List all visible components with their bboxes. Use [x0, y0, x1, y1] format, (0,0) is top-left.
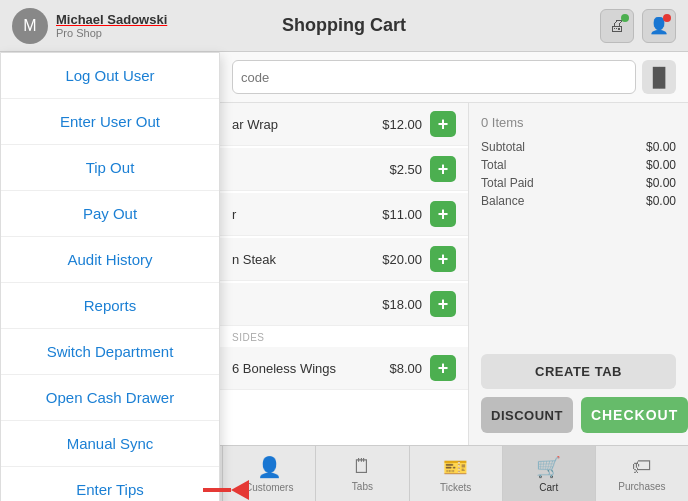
main-content: Log Out User Enter User Out Tip Out Pay …: [0, 52, 688, 445]
right-panel: 0 Items Subtotal $0.00 Total $0.00 Total…: [468, 103, 688, 445]
user-info: Michael Sadowski Pro Shop: [56, 12, 167, 39]
dropdown-item-pay-out[interactable]: Pay Out: [1, 191, 219, 237]
add-item-button[interactable]: +: [430, 156, 456, 182]
balance-row: Balance $0.00: [481, 194, 676, 208]
green-dot: [621, 14, 629, 22]
nav-item-tabs[interactable]: 🗒 Tabs: [316, 446, 409, 501]
user-icon-button[interactable]: 👤: [642, 9, 676, 43]
table-row: $18.00 +: [220, 283, 468, 326]
balance-value: $0.00: [646, 194, 676, 208]
nav-item-tickets[interactable]: 🎫 Tickets: [410, 446, 503, 501]
total-row: Total $0.00: [481, 158, 676, 172]
cart-area: ▐▌ ar Wrap $12.00 + $2.50 + r $11.00: [220, 52, 688, 445]
tickets-icon: 🎫: [443, 455, 468, 479]
barcode-icon: ▐▌: [646, 67, 672, 88]
table-row: ar Wrap $12.00 +: [220, 103, 468, 146]
dropdown-item-tip-out[interactable]: Tip Out: [1, 145, 219, 191]
dropdown-item-enter-user-out[interactable]: Enter User Out: [1, 99, 219, 145]
avatar: M: [12, 8, 48, 44]
customers-icon: 👤: [257, 455, 282, 479]
subtotal-value: $0.00: [646, 140, 676, 154]
enter-tips-arrow: [203, 480, 249, 500]
search-input[interactable]: [232, 60, 636, 94]
dropdown-item-manual-sync[interactable]: Manual Sync: [1, 421, 219, 467]
subtotal-label: Subtotal: [481, 140, 525, 154]
action-buttons: CREATE TAB DISCOUNT CHECKOUT: [481, 354, 676, 433]
item-name: n Steak: [232, 252, 382, 267]
item-price: $20.00: [382, 252, 422, 267]
total-paid-row: Total Paid $0.00: [481, 176, 676, 190]
item-name: ar Wrap: [232, 117, 382, 132]
item-price: $12.00: [382, 117, 422, 132]
tabs-icon: 🗒: [352, 455, 372, 478]
total-paid-value: $0.00: [646, 176, 676, 190]
nav-label: Customers: [245, 482, 293, 493]
table-row: n Steak $20.00 +: [220, 238, 468, 281]
user-role: Pro Shop: [56, 27, 167, 39]
dropdown-item-enter-tips[interactable]: Enter Tips: [1, 467, 219, 501]
item-name: r: [232, 207, 382, 222]
items-count: 0 Items: [481, 115, 676, 130]
item-price: $8.00: [389, 361, 422, 376]
nav-item-purchases[interactable]: 🏷 Purchases: [596, 446, 688, 501]
add-item-button[interactable]: +: [430, 111, 456, 137]
avatar-initial: M: [23, 17, 36, 35]
nav-label: Purchases: [618, 481, 665, 492]
bottom-buttons: DISCOUNT CHECKOUT: [481, 397, 676, 433]
nav-item-cart[interactable]: 🛒 Cart: [503, 446, 596, 501]
checkout-button[interactable]: CHECKOUT: [581, 397, 688, 433]
add-item-button[interactable]: +: [430, 246, 456, 272]
dropdown-item-audit-history[interactable]: Audit History: [1, 237, 219, 283]
search-bar: ▐▌: [220, 52, 688, 103]
add-item-button[interactable]: +: [430, 201, 456, 227]
add-item-button[interactable]: +: [430, 291, 456, 317]
cart-items-list: ar Wrap $12.00 + $2.50 + r $11.00 + n St…: [220, 103, 468, 445]
dropdown-item-reports[interactable]: Reports: [1, 283, 219, 329]
item-price: $11.00: [382, 207, 422, 222]
table-row: 6 Boneless Wings $8.00 +: [220, 347, 468, 390]
table-row: $2.50 +: [220, 148, 468, 191]
barcode-button[interactable]: ▐▌: [642, 60, 676, 94]
balance-label: Balance: [481, 194, 524, 208]
discount-button[interactable]: DISCOUNT: [481, 397, 573, 433]
user-name[interactable]: Michael Sadowski: [56, 12, 167, 27]
nav-label: Tabs: [352, 481, 373, 492]
create-tab-button[interactable]: CREATE TAB: [481, 354, 676, 389]
total-paid-label: Total Paid: [481, 176, 534, 190]
header: M Michael Sadowski Pro Shop Shopping Car…: [0, 0, 688, 52]
dropdown-item-switch-department[interactable]: Switch Department: [1, 329, 219, 375]
item-price: $18.00: [382, 297, 422, 312]
cart-icon: 🛒: [536, 455, 561, 479]
total-label: Total: [481, 158, 506, 172]
subtotal-row: Subtotal $0.00: [481, 140, 676, 154]
dropdown-menu: Log Out User Enter User Out Tip Out Pay …: [0, 52, 220, 501]
red-dot: [663, 14, 671, 22]
page-title: Shopping Cart: [282, 15, 406, 36]
item-name: 6 Boneless Wings: [232, 361, 389, 376]
dropdown-item-log-out-user[interactable]: Log Out User: [1, 53, 219, 99]
purchases-icon: 🏷: [632, 455, 652, 478]
item-price: $2.50: [389, 162, 422, 177]
nav-label: Cart: [539, 482, 558, 493]
total-value: $0.00: [646, 158, 676, 172]
table-row: r $11.00 +: [220, 193, 468, 236]
header-icons: 🖨 👤: [600, 9, 676, 43]
dropdown-item-open-cash-drawer[interactable]: Open Cash Drawer: [1, 375, 219, 421]
printer-button[interactable]: 🖨: [600, 9, 634, 43]
add-item-button[interactable]: +: [430, 355, 456, 381]
section-label: SIDES: [220, 328, 468, 347]
nav-label: Tickets: [440, 482, 471, 493]
